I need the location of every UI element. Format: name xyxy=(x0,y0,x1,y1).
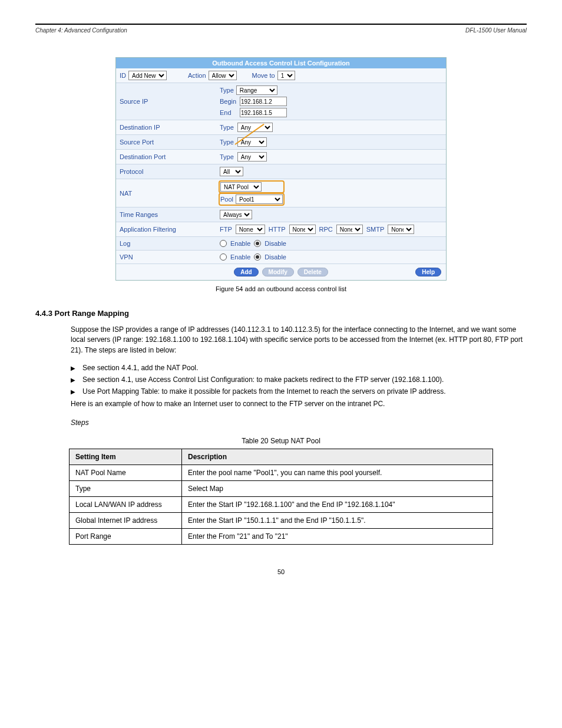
table-row: Global Internet IP address Enter the Sta… xyxy=(70,513,493,529)
bullet-item: ▶ Use Port Mapping Table: to make it pos… xyxy=(35,387,527,397)
page-header: Chapter 4: Advanced Configuration DFL-15… xyxy=(35,27,527,34)
time-ranges-select[interactable]: Always xyxy=(220,210,252,219)
bullet-item: ▶ See section 4.1, use Access Control Li… xyxy=(35,375,527,385)
source-ip-begin[interactable] xyxy=(240,97,287,106)
help-button[interactable]: Help xyxy=(415,268,441,276)
figure-caption: Figure 54 add an outbound access control… xyxy=(35,285,527,292)
section-heading: 4.4.3 Port Range Mapping xyxy=(35,309,527,318)
table-row: NAT Pool Name Enter the pool name "Pool1… xyxy=(70,465,493,481)
id-label: ID xyxy=(120,72,126,79)
vpn-disable-radio[interactable] xyxy=(254,253,261,261)
table-row: Port Range Enter the From "21" and To "2… xyxy=(70,529,493,545)
triangle-icon: ▶ xyxy=(71,387,75,397)
nat-pool-table: Setting Item Description NAT Pool Name E… xyxy=(69,449,493,545)
nat-mode-select[interactable]: NAT Pool xyxy=(220,182,262,192)
th-description: Description xyxy=(182,449,493,465)
source-port-type[interactable]: Any xyxy=(237,137,267,147)
header-left: Chapter 4: Advanced Configuration xyxy=(35,27,127,34)
dest-port-type[interactable]: Any xyxy=(237,152,267,162)
protocol-select[interactable]: All xyxy=(220,167,243,176)
nat-pool-select[interactable]: Pool1 xyxy=(236,195,283,204)
header-right: DFL-1500 User Manual xyxy=(465,27,527,34)
table-row: Type Select Map xyxy=(70,481,493,497)
move-to-label: Move to xyxy=(252,72,275,79)
dest-ip-type[interactable]: Any xyxy=(237,123,273,132)
triangle-icon: ▶ xyxy=(71,364,75,373)
move-to-select[interactable]: 1 xyxy=(277,71,295,80)
add-button[interactable]: Add xyxy=(234,268,258,276)
triangle-icon: ▶ xyxy=(71,375,75,385)
id-select[interactable]: Add New xyxy=(128,71,167,80)
table-row: Local LAN/WAN IP address Enter the Start… xyxy=(70,497,493,513)
log-enable-radio[interactable] xyxy=(220,240,227,247)
action-label: Action xyxy=(188,72,206,79)
source-ip-end[interactable] xyxy=(240,108,287,117)
acl-config-figure: Outbound Access Control List Configurati… xyxy=(115,57,447,281)
log-disable-radio[interactable] xyxy=(254,240,261,247)
bullet-item: ▶ See section 4.4.1, add the NAT Pool. xyxy=(35,364,527,373)
th-setting-item: Setting Item xyxy=(70,449,182,465)
modify-button[interactable]: Modify xyxy=(262,268,294,276)
app-ftp-select[interactable]: None xyxy=(236,225,265,234)
app-rpc-select[interactable]: None xyxy=(336,225,363,234)
steps-heading: Steps xyxy=(35,418,527,428)
vpn-enable-radio[interactable] xyxy=(220,253,227,261)
app-http-select[interactable]: None xyxy=(289,225,316,234)
action-select[interactable]: Allow xyxy=(209,71,237,80)
app-smtp-select[interactable]: None xyxy=(388,225,414,234)
example-intro: Here is an example of how to make an Int… xyxy=(35,399,527,409)
page-number: 50 xyxy=(35,568,527,575)
panel-title: Outbound Access Control List Configurati… xyxy=(116,58,446,68)
section-intro: Suppose the ISP provides a range of IP a… xyxy=(35,325,527,355)
source-ip-type[interactable]: Range xyxy=(236,85,277,95)
delete-button[interactable]: Delete xyxy=(297,268,328,276)
row-label-source-ip: Source IP xyxy=(116,95,216,107)
table-caption: Table 20 Setup NAT Pool xyxy=(35,436,527,446)
